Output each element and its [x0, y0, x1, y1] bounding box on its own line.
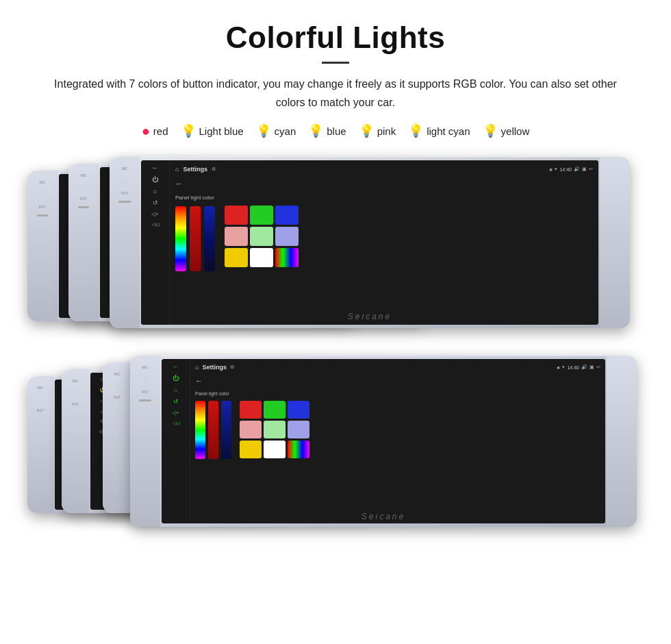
b-back-arrow-4: ←: [195, 374, 600, 386]
b-gear-4: ⚙: [230, 364, 234, 370]
panel-label-3: Panel light color: [175, 195, 215, 201]
vol-icon-3: ◁+: [151, 211, 159, 217]
yellow-bulb-icon: 💡: [483, 125, 498, 137]
b-mic-4: MIC: [142, 365, 148, 369]
dev-left-chrome-2: MIC ⌂ RST: [68, 164, 99, 321]
topbar-3: ⌂ Settings ⚙ ✱ ▾ 14:40 🔊 ▣ ↩: [175, 166, 593, 173]
b-settings-label-4: Settings: [202, 364, 227, 371]
refresh-icon-3: ↺: [153, 199, 158, 206]
page-title: Colorful Lights: [27, 21, 644, 55]
bt-3: ✱: [549, 167, 553, 172]
gc-rainbow: [275, 248, 299, 267]
b-screen-4: ▣: [590, 364, 594, 370]
b-panel-content-4: Panel light color: [195, 391, 600, 459]
home-icon-2: ⌂: [81, 183, 86, 191]
time-3: 14:40: [559, 167, 572, 172]
line-3: [118, 201, 131, 203]
lightcyan-bulb-icon: 💡: [408, 125, 423, 137]
topbar-left-3: ⌂ Settings ⚙: [175, 166, 216, 173]
dark-bar-3: [204, 206, 215, 271]
b-rst-3: RST: [114, 395, 121, 399]
b-topbar-4: ⌂ Settings ⚙ ✱ ▾ 14:40 🔊 ▣ ↩: [195, 364, 600, 371]
red-bulb-icon: ●: [142, 124, 150, 138]
pink-bulb-icon: 💡: [359, 125, 374, 137]
b-home-4: ⌂: [142, 375, 147, 384]
b-gc-lightred: [240, 421, 262, 438]
home-top-3: ⌂: [175, 166, 179, 173]
line-1: [37, 214, 48, 216]
b-more-4: ◁◁: [173, 421, 179, 426]
b-rst-2: RST: [72, 402, 79, 406]
dev-main-3: ⌂ Settings ⚙ ✱ ▾ 14:40 🔊 ▣ ↩: [170, 160, 598, 325]
lightblue-label: Light blue: [199, 125, 244, 137]
color-indicators: ● red 💡 Light blue 💡 cyan 💡 blue 💡 pink …: [27, 124, 644, 138]
home-icon-1: ⌂: [40, 191, 45, 199]
b-color-bars-4: [195, 401, 231, 459]
b-status-4: ✱ ▾ 14:40 🔊 ▣ ↩: [557, 364, 600, 370]
dev-left-chrome-1: MIC ⌂ RST: [27, 171, 58, 321]
bot-dev-left-3: MIC ⌂ RST: [103, 362, 131, 513]
cyan-bulb-icon: 💡: [256, 125, 271, 137]
back-arrow-3: ←: [175, 177, 593, 189]
color-item-blue: 💡 blue: [308, 125, 346, 137]
b-line-4: [139, 399, 151, 401]
color-item-yellow: 💡 yellow: [483, 125, 530, 137]
page-container: Colorful Lights Integrated with 7 colors…: [0, 0, 671, 561]
lightcyan-label: light cyan: [427, 125, 470, 137]
screen-3: ▣: [582, 166, 587, 172]
signal-3: ▾: [555, 166, 557, 172]
title-divider: [322, 62, 349, 64]
color-item-red: ● red: [142, 124, 168, 138]
b-gc-white: [264, 441, 286, 458]
b-home-2: ⌂: [73, 388, 78, 397]
gc-green: [250, 206, 273, 225]
top-device-group: MIC ⌂ RST ⌂ ⏻ ← ⌂ ↺ ◁+: [27, 157, 644, 349]
color-item-lightblue: 💡 Light blue: [181, 125, 244, 137]
bot-dev-left-2: MIC ⌂ RST: [62, 369, 89, 513]
mic-label-3: MIC: [121, 166, 127, 171]
lightblue-bulb-icon: 💡: [181, 125, 196, 137]
gc-lightblue: [275, 227, 299, 246]
bot-dev-right-4: [607, 356, 637, 527]
yellow-label: yellow: [501, 125, 530, 137]
rainbow-bar-3: [175, 206, 186, 271]
cyan-label: cyan: [275, 125, 296, 137]
b-panel-label-4: Panel light color: [195, 391, 231, 396]
gc-blue: [275, 206, 299, 225]
bottom-device-group: MIC ⌂ RST ⌂ ⏻ ← ⌂ ↺ ◁+: [27, 356, 644, 541]
color-bars-3: [175, 206, 215, 271]
title-section: Colorful Lights: [27, 21, 644, 64]
b-gc-lightgreen: [264, 421, 286, 438]
b-back-icon-4: ←: [195, 377, 203, 385]
b-signal-4: ▾: [562, 364, 565, 370]
rst-label-1: RST: [39, 205, 46, 209]
b-color-grid-4: [240, 401, 309, 458]
b-red-bar-4: [208, 401, 218, 459]
gc-lightgreen: [250, 227, 273, 246]
b-vol-status-4: 🔊: [581, 364, 587, 370]
b-panel-right-4: [240, 391, 309, 458]
b-rainbow-bar-4: [195, 401, 205, 459]
b-rst-1: RST: [37, 408, 44, 412]
b-home-3: ⌂: [115, 382, 120, 390]
gc-yellow: [225, 248, 248, 267]
color-item-pink: 💡 pink: [359, 125, 396, 137]
rst-label-2: RST: [80, 197, 87, 201]
home-sidebar-3: ⌂: [153, 188, 157, 195]
color-item-cyan: 💡 cyan: [256, 125, 296, 137]
b-mic-2: MIC: [72, 379, 78, 383]
gear-icon-3: ⚙: [212, 166, 216, 172]
gc-lightred: [225, 227, 248, 246]
b-rst-4: RST: [142, 390, 149, 394]
bot-dev-left-4: MIC ⌂ RST: [130, 356, 160, 527]
b-home-sb-4: ⌂: [174, 386, 177, 393]
back-icon-main-3: ←: [175, 179, 183, 188]
b-gc-red: [240, 401, 262, 419]
b-back-status-4: ↩: [596, 364, 600, 370]
back-3: ↩: [589, 166, 593, 172]
blue-label: blue: [327, 125, 346, 137]
b-home-1: ⌂: [38, 395, 42, 403]
gc-red: [225, 206, 248, 225]
panel-left-3: Panel light color: [175, 195, 215, 271]
settings-label-3: Settings: [183, 166, 207, 173]
